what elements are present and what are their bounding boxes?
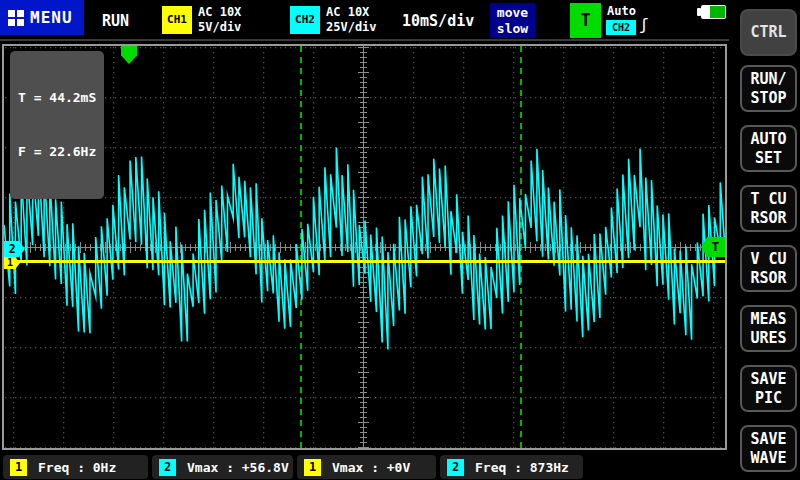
ch2-volts-per-div: 25V/div xyxy=(326,20,377,35)
ch1-number-badge: 1 xyxy=(304,459,321,476)
ch1-volts-per-div: 5V/div xyxy=(198,20,241,35)
run-stop-button[interactable]: RUN/STOP xyxy=(740,65,797,112)
trigger-mode: Auto xyxy=(607,4,636,18)
battery-icon xyxy=(697,5,726,19)
ch2-coupling: AC 10X xyxy=(326,5,377,20)
battery-fill xyxy=(710,6,726,18)
timebase-label: 10mS/div xyxy=(402,12,474,30)
ch1-settings: AC 10X 5V/div xyxy=(198,5,241,35)
measures-button[interactable]: MEASURES xyxy=(740,305,797,352)
ch1-badge[interactable]: CH1 xyxy=(162,6,192,34)
save-wave-button[interactable]: SAVEWAVE xyxy=(740,425,797,472)
ch1-coupling: AC 10X xyxy=(198,5,241,20)
ch2-number-badge: 2 xyxy=(447,459,464,476)
waveform-canvas[interactable] xyxy=(4,46,725,448)
menu-label: MENU xyxy=(30,8,73,27)
ch1-number-badge: 1 xyxy=(10,459,27,476)
ch2-settings: AC 10X 25V/div xyxy=(326,5,377,35)
t-cursor-button[interactable]: T CURSOR xyxy=(740,185,797,232)
cursor-measurement-overlay: T = 44.2mS F = 22.6Hz xyxy=(10,51,104,199)
frequency-readout: F = 22.6Hz xyxy=(18,143,96,161)
ch2-badge[interactable]: CH2 xyxy=(290,6,320,34)
ch2-vmax-readout: 2 Vmax : +56.8V xyxy=(152,455,293,479)
menu-button[interactable]: MENU xyxy=(0,0,84,35)
ch2-number-badge: 2 xyxy=(159,459,176,476)
auto-set-button[interactable]: AUTOSET xyxy=(740,125,797,172)
period-readout: T = 44.2mS xyxy=(18,89,96,107)
ctrl-button[interactable]: CTRL xyxy=(740,9,797,56)
oscilloscope-ui: MENU RUN CH1 AC 10X 5V/div CH2 AC 10X 25… xyxy=(0,0,800,480)
trigger-source-badge: CH2 xyxy=(606,20,636,35)
acquisition-status: RUN xyxy=(102,12,129,30)
topbar-separator xyxy=(0,39,729,41)
save-pic-button[interactable]: SAVEPIC xyxy=(740,365,797,412)
ch1-vmax-readout: 1 Vmax : +0V xyxy=(297,455,436,479)
ch1-freq-readout: 1 Freq : 0Hz xyxy=(3,455,148,479)
trigger-badge[interactable]: T xyxy=(570,3,601,38)
ch2-freq-readout: 2 Freq : 873Hz xyxy=(440,455,583,479)
move-slow-button[interactable]: move slow xyxy=(490,3,535,38)
v-cursor-button[interactable]: V CURSOR xyxy=(740,245,797,292)
waveform-display-area[interactable]: T = 44.2mS F = 22.6Hz 2 1 T xyxy=(2,44,727,450)
menu-grid-icon xyxy=(8,10,24,26)
rising-edge-icon: ʃ xyxy=(639,15,649,34)
